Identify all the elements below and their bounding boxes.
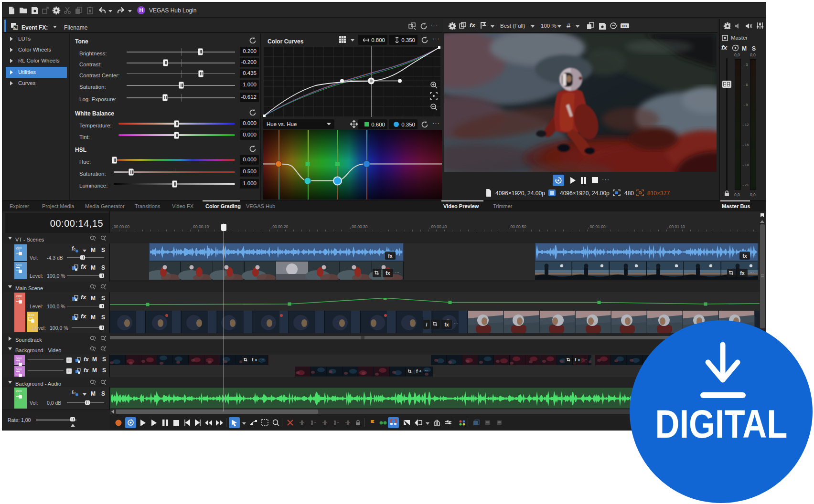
svg-text:HD: HD (622, 24, 627, 28)
svg-text:fx: fx (14, 27, 17, 30)
